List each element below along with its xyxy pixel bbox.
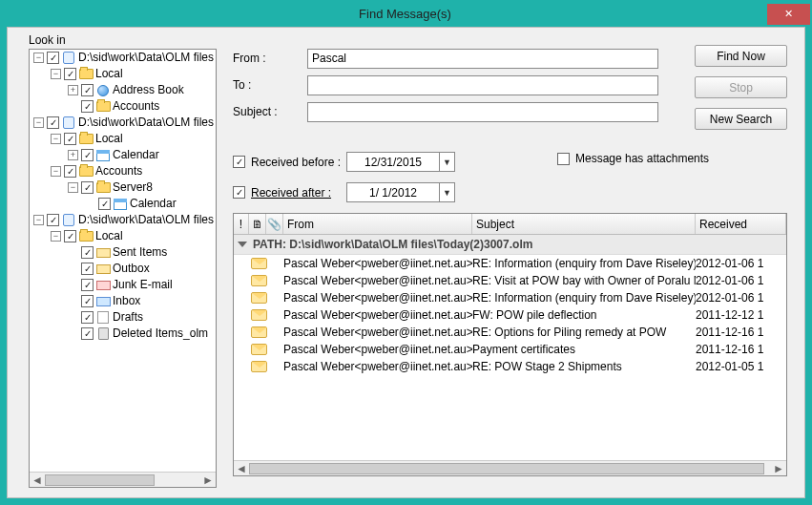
tree-node[interactable]: Calendar [30, 196, 216, 212]
stop-button[interactable]: Stop [695, 76, 787, 98]
tree-scrollbar[interactable]: ◄ ► [30, 472, 216, 487]
tree-node-label: Calendar [130, 196, 177, 212]
results-scroll-thumb[interactable] [249, 463, 764, 474]
tree-node[interactable]: Drafts [30, 309, 216, 326]
tree-node[interactable]: −Server8 [30, 179, 216, 196]
tree-node[interactable]: Junk E-mail [30, 277, 216, 293]
scroll-left-icon[interactable]: ◄ [234, 462, 249, 475]
expand-toggle[interactable]: + [68, 85, 78, 95]
tree-node[interactable]: −D:\sid\work\Data\OLM files [30, 212, 216, 228]
expand-toggle[interactable]: − [33, 53, 44, 63]
col-subject[interactable]: Subject [472, 214, 696, 234]
tree-checkbox[interactable] [64, 165, 76, 178]
tree-node[interactable]: +Calendar [30, 147, 216, 163]
tree-checkbox[interactable] [64, 133, 76, 145]
expand-toggle[interactable]: + [68, 150, 78, 160]
received-before-label: Received before : [251, 156, 346, 169]
tree-node[interactable]: Accounts [30, 98, 216, 115]
subject-input[interactable] [307, 102, 658, 122]
tree-checkbox[interactable] [98, 198, 111, 210]
tree-checkbox[interactable] [81, 263, 94, 275]
message-row[interactable]: Pascal Weber<pweber@iinet.net.au>FW: POW… [234, 306, 786, 324]
col-attachment-icon[interactable]: 📎 [266, 214, 283, 234]
envelope-icon [251, 326, 267, 338]
tree-checkbox[interactable] [64, 230, 76, 242]
expand-toggle[interactable]: − [51, 134, 61, 144]
tree-node[interactable]: −Local [30, 228, 216, 244]
tree-node[interactable]: −Local [30, 131, 216, 147]
expand-toggle[interactable]: − [68, 182, 78, 193]
scroll-left-icon[interactable]: ◄ [30, 473, 45, 487]
tree-checkbox[interactable] [81, 100, 94, 113]
tree-checkbox[interactable] [81, 311, 94, 324]
tree-checkbox[interactable] [81, 181, 94, 194]
to-input[interactable] [307, 75, 658, 95]
results-scrollbar[interactable]: ◄ ► [234, 460, 786, 475]
tree-checkbox[interactable] [47, 52, 59, 64]
col-from[interactable]: From [283, 214, 472, 234]
chevron-down-icon[interactable]: ▼ [439, 183, 454, 201]
close-button[interactable]: ✕ [767, 4, 810, 25]
tree-node-label: Sent Items [113, 244, 167, 261]
fld-icon [95, 181, 111, 195]
tree-scroll-thumb[interactable] [45, 474, 155, 486]
received-before-checkbox[interactable] [233, 156, 245, 168]
expand-toggle[interactable]: − [33, 215, 44, 225]
fld-icon [78, 230, 94, 243]
tree-node[interactable]: +Address Book [30, 82, 216, 98]
tree-checkbox[interactable] [81, 295, 94, 307]
tree-node[interactable]: −Local [30, 66, 216, 82]
fld-icon [78, 165, 94, 179]
message-row[interactable]: Pascal Weber<pweber@iinet.net.au>RE: Inf… [234, 289, 786, 306]
expand-toggle[interactable]: − [51, 166, 61, 177]
tree-node[interactable]: Inbox [30, 293, 216, 309]
envelope-icon [251, 258, 267, 269]
tree-node-label: Accounts [113, 98, 159, 115]
message-row[interactable]: Pascal Weber<pweber@iinet.net.au>RE: Inf… [234, 255, 786, 272]
chevron-down-icon[interactable]: ▼ [439, 153, 454, 171]
globe-icon [95, 84, 111, 97]
tree-node-label: D:\sid\work\Data\OLM files [78, 115, 214, 131]
received-after-value: 1/ 1/2012 [347, 186, 439, 200]
scroll-right-icon[interactable]: ► [200, 473, 216, 487]
message-row[interactable]: Pascal Weber<pweber@iinet.net.au>Payment… [234, 341, 786, 358]
scroll-right-icon[interactable]: ► [771, 462, 786, 475]
message-row[interactable]: Pascal Weber<pweber@iinet.net.au>RE: Opt… [234, 324, 786, 341]
tree-node[interactable]: Deleted Items_olm [30, 326, 216, 342]
received-after-label[interactable]: Received after : [251, 186, 335, 200]
tree-node[interactable]: −Accounts [30, 163, 216, 179]
tree-checkbox[interactable] [81, 84, 94, 96]
tree-checkbox[interactable] [47, 214, 59, 226]
folder-tree[interactable]: −D:\sid\work\Data\OLM files−Local+Addres… [29, 49, 217, 488]
msg-from: Pascal Weber<pweber@iinet.net.au> [283, 257, 472, 270]
attachments-checkbox[interactable] [557, 153, 570, 165]
collapse-triangle-icon[interactable] [238, 242, 247, 247]
group-header[interactable]: PATH: D:\sid\work\Data\OLM files\Today(2… [234, 235, 786, 255]
received-after-datepicker[interactable]: 1/ 1/2012 ▼ [346, 182, 455, 202]
message-row[interactable]: Pascal Weber<pweber@iinet.net.au>RE: POW… [234, 358, 786, 375]
tree-checkbox[interactable] [81, 327, 94, 340]
tree-checkbox[interactable] [64, 68, 76, 80]
tree-checkbox[interactable] [81, 246, 94, 259]
received-after-checkbox[interactable] [233, 186, 245, 199]
results-header[interactable]: ! 🗎 📎 From Subject Received [234, 214, 786, 235]
expand-toggle[interactable]: − [51, 69, 61, 79]
received-before-datepicker[interactable]: 12/31/2015 ▼ [346, 152, 455, 172]
tree-checkbox[interactable] [81, 149, 94, 161]
message-row[interactable]: Pascal Weber<pweber@iinet.net.au>RE: Vis… [234, 272, 786, 289]
col-type-icon[interactable]: 🗎 [249, 214, 266, 234]
to-label: To : [233, 78, 307, 92]
col-importance[interactable]: ! [234, 214, 249, 234]
tree-checkbox[interactable] [81, 279, 94, 291]
expand-toggle[interactable]: − [51, 231, 61, 242]
tree-node[interactable]: −D:\sid\work\Data\OLM files [30, 115, 216, 131]
find-now-button[interactable]: Find Now [695, 45, 787, 67]
tree-node[interactable]: Sent Items [30, 244, 216, 261]
col-received[interactable]: Received [696, 214, 786, 234]
tree-node[interactable]: −D:\sid\work\Data\OLM files [30, 50, 216, 66]
from-input[interactable] [307, 49, 658, 69]
expand-toggle[interactable]: − [33, 117, 44, 128]
tree-node[interactable]: Outbox [30, 261, 216, 277]
new-search-button[interactable]: New Search [695, 108, 787, 130]
tree-checkbox[interactable] [47, 116, 59, 129]
